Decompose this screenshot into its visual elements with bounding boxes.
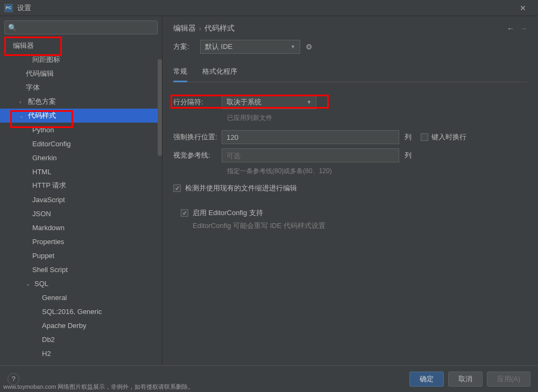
detect-indent-label: 检测并使用现有的文件缩进进行编辑 [185,183,297,193]
line-separator-row: 行分隔符: 取决于系统 ▼ [173,95,527,109]
scheme-value: 默认 IDE [205,42,232,52]
editorconfig-label: 启用 EditorConfig 支持 [193,208,263,218]
ok-button[interactable]: 确定 [409,372,444,387]
main-area: 🔍 编辑器间距图标代码编辑字体›配色方案⌄代码样式PythonEditorCon… [0,16,538,365]
visual-guide-col: 列 [405,151,421,160]
sidebar-item-label: Shell Script [32,266,68,274]
apply-button[interactable]: 应用(A) [487,372,530,387]
sidebar-item-label: EditorConfig [32,140,71,148]
detect-indent-checkbox[interactable]: ✓ [173,184,181,192]
sidebar-item[interactable]: 间距图标 [0,53,162,67]
sidebar-item-label: HTML [32,168,51,176]
sidebar-item-label: Puppet [32,252,54,260]
nav-forward-icon: → [520,24,527,33]
titlebar: PC 设置 ✕ [0,0,538,16]
search-input[interactable] [19,24,154,32]
sidebar: 🔍 编辑器间距图标代码编辑字体›配色方案⌄代码样式PythonEditorCon… [0,16,162,365]
hard-wrap-input[interactable] [222,130,399,144]
sidebar-item-label: H2 [42,350,51,358]
scheme-label: 方案: [173,42,195,52]
editorconfig-row: ✓ 启用 EditorConfig 支持 [181,208,527,218]
sidebar-item[interactable]: Markdown [0,220,162,234]
sidebar-item-label: General [42,294,67,302]
sidebar-item[interactable]: 编辑器 [0,39,162,53]
sidebar-item-label: 编辑器 [13,41,34,51]
sidebar-item[interactable]: General [0,290,162,304]
tab-general[interactable]: 常规 [173,63,187,82]
sidebar-item[interactable]: JSON [0,206,162,220]
app-logo-icon: PC [4,4,13,12]
watermark-text: www.toymoban.com 网络图片权益展示，非例外，如有侵权请联系删除。 [3,383,194,391]
sidebar-item[interactable]: HTTP 请求 [0,179,162,193]
sidebar-item-label: SQL [34,280,48,288]
sidebar-item-label: JavaScript [32,196,65,204]
search-icon: 🔍 [8,24,17,32]
visual-guide-help: 指定一条参考线(80)或多条(80、120) [227,167,527,176]
sidebar-item-label: 代码样式 [28,111,56,120]
sidebar-item-label: SQL:2016, Generic [42,308,102,316]
sidebar-item-label: 代码编辑 [26,69,54,79]
chevron-icon: › [19,99,26,105]
sidebar-item-label: 配色方案 [28,97,56,106]
scheme-select[interactable]: 默认 IDE ▼ [200,40,300,54]
tabs: 常规 格式化程序 [173,63,527,82]
sidebar-item[interactable]: ⌄SQL [0,276,162,290]
sidebar-item[interactable]: EditorConfig [0,137,162,151]
sidebar-item[interactable]: Properties [0,234,162,248]
sidebar-item[interactable]: Db2 [0,332,162,346]
sidebar-item[interactable]: JavaScript [0,193,162,206]
sidebar-item-label: Python [32,126,54,134]
wrap-typing-label: 键入时换行 [431,132,466,142]
line-separator-help: 已应用到新文件 [227,113,527,123]
sidebar-item[interactable]: H2 [0,346,162,360]
breadcrumb: 编辑器 › 代码样式 ← → [173,24,527,33]
chevron-icon: ⌄ [19,113,26,119]
search-input-wrapper[interactable]: 🔍 [4,20,158,34]
sidebar-item-label: Gherkin [32,154,57,162]
settings-tree[interactable]: 编辑器间距图标代码编辑字体›配色方案⌄代码样式PythonEditorConfi… [0,39,162,365]
hard-wrap-label: 强制换行位置: [173,132,222,142]
breadcrumb-editor[interactable]: 编辑器 [173,24,196,33]
sidebar-item[interactable]: Apache Derby [0,318,162,332]
cancel-button[interactable]: 取消 [448,372,483,387]
window-title: 设置 [17,3,512,13]
scheme-row: 方案: 默认 IDE ▼ ⚙ [173,40,527,54]
tab-formatter[interactable]: 格式化程序 [202,63,237,82]
chevron-right-icon: › [199,25,201,32]
sidebar-item[interactable]: Shell Script [0,262,162,276]
chevron-icon: ⌄ [26,281,32,287]
sidebar-item[interactable]: ⌄代码样式 [0,109,162,123]
hard-wrap-col: 列 [405,132,421,142]
sidebar-item-label: JSON [32,210,51,218]
sidebar-item[interactable]: Gherkin [0,151,162,165]
sidebar-item[interactable]: Python [0,123,162,137]
close-icon[interactable]: ✕ [512,4,534,12]
sidebar-item-label: 间距图标 [32,55,60,65]
detect-indent-row: ✓ 检测并使用现有的文件缩进进行编辑 [173,183,527,193]
hard-wrap-row: 强制换行位置: 列 键入时换行 [173,130,527,144]
sidebar-item-label: Properties [32,238,64,246]
visual-guide-row: 视觉参考线: 列 [173,148,527,162]
editorconfig-checkbox[interactable]: ✓ [181,209,188,217]
sidebar-item[interactable]: Puppet [0,248,162,262]
breadcrumb-codestyle: 代码样式 [204,24,235,33]
gear-icon[interactable]: ⚙ [306,42,313,51]
scrollbar-thumb[interactable] [158,59,162,156]
visual-guide-input[interactable] [222,148,399,162]
content-panel: 编辑器 › 代码样式 ← → 方案: 默认 IDE ▼ ⚙ 常规 格式化程序 行… [162,16,538,365]
nav-back-icon[interactable]: ← [507,24,514,33]
line-separator-select[interactable]: 取决于系统 ▼ [222,95,316,109]
visual-guide-label: 视觉参考线: [173,151,222,160]
sidebar-item[interactable]: SQL:2016, Generic [0,304,162,318]
line-separator-value: 取决于系统 [226,97,261,107]
line-separator-label: 行分隔符: [173,97,222,107]
editorconfig-note: EditorConfig 可能会重写 IDE 代码样式设置 [193,221,527,231]
sidebar-item-label: HTTP 请求 [32,181,66,190]
wrap-typing-checkbox[interactable] [421,133,428,141]
sidebar-item[interactable]: ›配色方案 [0,95,162,109]
sidebar-item[interactable]: 字体 [0,81,162,95]
sidebar-item[interactable]: HTML [0,165,162,179]
sidebar-item-label: Db2 [42,336,55,344]
chevron-down-icon: ▼ [307,99,312,105]
sidebar-item[interactable]: 代码编辑 [0,67,162,81]
